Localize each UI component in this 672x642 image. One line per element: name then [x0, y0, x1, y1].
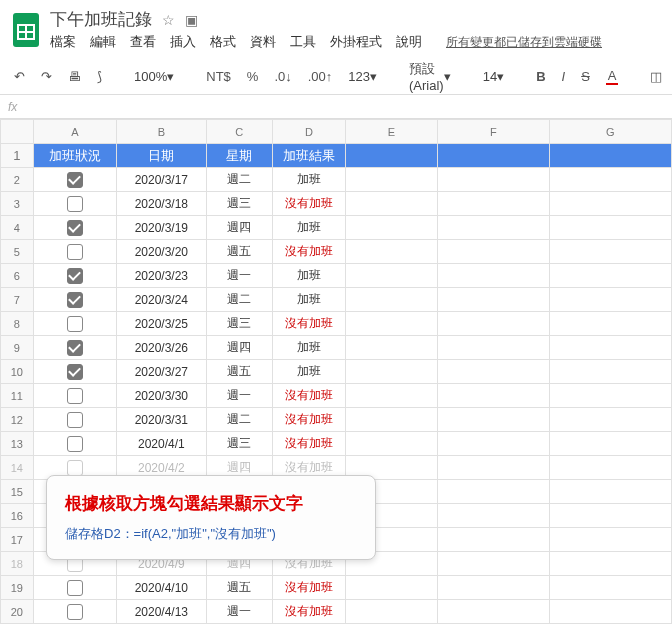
- checkbox-icon[interactable]: [67, 460, 83, 476]
- redo-icon[interactable]: ↷: [37, 67, 56, 86]
- checkbox-icon[interactable]: [67, 604, 83, 620]
- document-title[interactable]: 下午加班記錄: [50, 8, 152, 31]
- formula-bar[interactable]: fx: [0, 95, 672, 119]
- menu-help[interactable]: 說明: [396, 33, 422, 51]
- menu-format[interactable]: 格式: [210, 33, 236, 51]
- column-header-G[interactable]: G: [549, 120, 671, 144]
- menu-view[interactable]: 查看: [130, 33, 156, 51]
- result-cell[interactable]: 沒有加班: [272, 432, 345, 456]
- move-folder-icon[interactable]: ▣: [185, 12, 198, 28]
- weekday-cell[interactable]: 週二: [206, 288, 272, 312]
- date-cell[interactable]: 2020/3/17: [117, 168, 207, 192]
- result-cell[interactable]: 沒有加班: [272, 312, 345, 336]
- checkbox-icon[interactable]: [67, 388, 83, 404]
- menu-file[interactable]: 檔案: [50, 33, 76, 51]
- checkbox-cell[interactable]: [33, 432, 116, 456]
- weekday-cell[interactable]: 週一: [206, 384, 272, 408]
- font-select[interactable]: 預設 (Arial) ▾: [405, 58, 455, 95]
- checkbox-cell[interactable]: [33, 312, 116, 336]
- result-cell[interactable]: 沒有加班: [272, 240, 345, 264]
- column-header-A[interactable]: A: [33, 120, 116, 144]
- currency-button[interactable]: NT$: [202, 67, 235, 86]
- table-header-cell[interactable]: 日期: [117, 144, 207, 168]
- row-header[interactable]: 13: [1, 432, 34, 456]
- checkbox-icon[interactable]: [67, 340, 83, 356]
- menu-edit[interactable]: 編輯: [90, 33, 116, 51]
- select-all-corner[interactable]: [1, 120, 34, 144]
- checkbox-cell[interactable]: [33, 336, 116, 360]
- row-header[interactable]: 16: [1, 504, 34, 528]
- undo-icon[interactable]: ↶: [10, 67, 29, 86]
- row-header[interactable]: 2: [1, 168, 34, 192]
- checkbox-cell[interactable]: [33, 360, 116, 384]
- paint-format-icon[interactable]: ⟆: [93, 67, 106, 86]
- checkbox-icon[interactable]: [67, 316, 83, 332]
- row-header[interactable]: 18: [1, 552, 34, 576]
- date-cell[interactable]: 2020/4/1: [117, 432, 207, 456]
- weekday-cell[interactable]: 週二: [206, 408, 272, 432]
- table-header-cell[interactable]: 加班狀況: [33, 144, 116, 168]
- row-header[interactable]: 19: [1, 576, 34, 600]
- fill-color-icon[interactable]: ◫: [646, 67, 666, 86]
- column-header-E[interactable]: E: [346, 120, 438, 144]
- table-header-cell[interactable]: 加班結果: [272, 144, 345, 168]
- decrease-decimal-button[interactable]: .0↓: [270, 67, 295, 86]
- column-header-C[interactable]: C: [206, 120, 272, 144]
- date-cell[interactable]: 2020/4/10: [117, 576, 207, 600]
- weekday-cell[interactable]: 週三: [206, 312, 272, 336]
- checkbox-icon[interactable]: [67, 172, 83, 188]
- date-cell[interactable]: 2020/3/26: [117, 336, 207, 360]
- row-header[interactable]: 14: [1, 456, 34, 480]
- weekday-cell[interactable]: 週四: [206, 216, 272, 240]
- save-status[interactable]: 所有變更都已儲存到雲端硬碟: [446, 34, 602, 51]
- weekday-cell[interactable]: 週五: [206, 240, 272, 264]
- result-cell[interactable]: 沒有加班: [272, 600, 345, 624]
- row-header[interactable]: 15: [1, 480, 34, 504]
- percent-button[interactable]: %: [243, 67, 263, 86]
- column-header-F[interactable]: F: [437, 120, 549, 144]
- date-cell[interactable]: 2020/3/24: [117, 288, 207, 312]
- result-cell[interactable]: 加班: [272, 264, 345, 288]
- weekday-cell[interactable]: 週五: [206, 576, 272, 600]
- checkbox-icon[interactable]: [67, 244, 83, 260]
- checkbox-cell[interactable]: [33, 192, 116, 216]
- result-cell[interactable]: 沒有加班: [272, 192, 345, 216]
- weekday-cell[interactable]: 週三: [206, 432, 272, 456]
- date-cell[interactable]: 2020/3/18: [117, 192, 207, 216]
- weekday-cell[interactable]: 週五: [206, 360, 272, 384]
- zoom-select[interactable]: 100% ▾: [130, 67, 178, 86]
- menu-insert[interactable]: 插入: [170, 33, 196, 51]
- result-cell[interactable]: 加班: [272, 360, 345, 384]
- text-color-button[interactable]: A: [602, 66, 623, 87]
- number-format-select[interactable]: 123▾: [344, 67, 381, 86]
- table-header-cell[interactable]: 星期: [206, 144, 272, 168]
- result-cell[interactable]: 沒有加班: [272, 576, 345, 600]
- date-cell[interactable]: 2020/3/30: [117, 384, 207, 408]
- weekday-cell[interactable]: 週二: [206, 168, 272, 192]
- date-cell[interactable]: 2020/3/31: [117, 408, 207, 432]
- checkbox-icon[interactable]: [67, 292, 83, 308]
- result-cell[interactable]: 加班: [272, 216, 345, 240]
- weekday-cell[interactable]: 週三: [206, 192, 272, 216]
- row-header[interactable]: 1: [1, 144, 34, 168]
- print-icon[interactable]: 🖶: [64, 67, 85, 86]
- result-cell[interactable]: 加班: [272, 168, 345, 192]
- font-size-select[interactable]: 14 ▾: [479, 67, 508, 86]
- row-header[interactable]: 17: [1, 528, 34, 552]
- checkbox-cell[interactable]: [33, 288, 116, 312]
- weekday-cell[interactable]: 週一: [206, 264, 272, 288]
- date-cell[interactable]: 2020/3/27: [117, 360, 207, 384]
- menu-tools[interactable]: 工具: [290, 33, 316, 51]
- weekday-cell[interactable]: 週一: [206, 600, 272, 624]
- checkbox-icon[interactable]: [67, 412, 83, 428]
- result-cell[interactable]: 加班: [272, 288, 345, 312]
- checkbox-icon[interactable]: [67, 436, 83, 452]
- checkbox-icon[interactable]: [67, 220, 83, 236]
- result-cell[interactable]: 沒有加班: [272, 408, 345, 432]
- menu-data[interactable]: 資料: [250, 33, 276, 51]
- menu-addons[interactable]: 外掛程式: [330, 33, 382, 51]
- checkbox-icon[interactable]: [67, 196, 83, 212]
- increase-decimal-button[interactable]: .00↑: [304, 67, 337, 86]
- checkbox-cell[interactable]: [33, 384, 116, 408]
- checkbox-icon[interactable]: [67, 268, 83, 284]
